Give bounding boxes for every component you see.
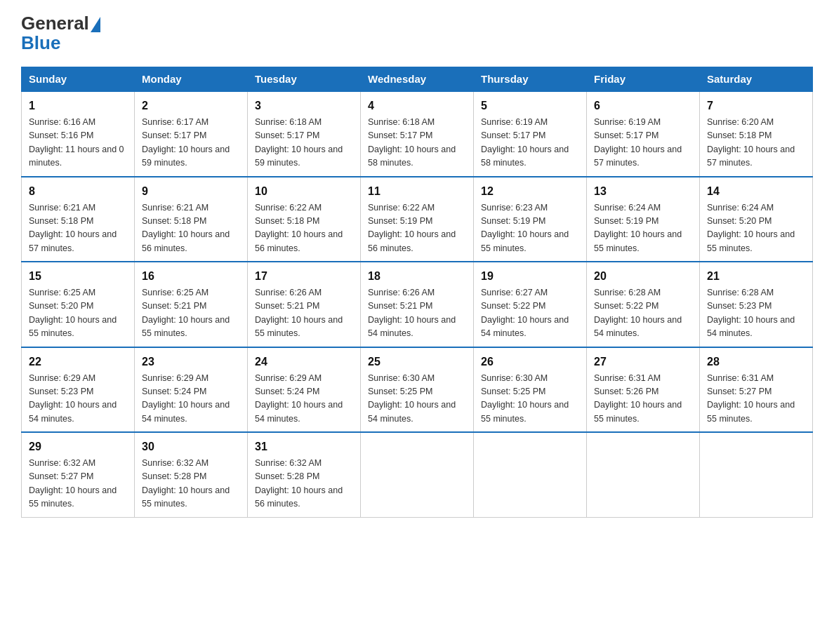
calendar-day-cell: 30Sunrise: 6:32 AMSunset: 5:28 PMDayligh… [135,432,248,517]
day-info: Sunrise: 6:24 AMSunset: 5:19 PMDaylight:… [594,203,682,253]
day-info: Sunrise: 6:29 AMSunset: 5:24 PMDaylight:… [142,373,230,424]
day-number: 2 [142,98,240,114]
day-info: Sunrise: 6:23 AMSunset: 5:19 PMDaylight:… [481,203,569,253]
day-info: Sunrise: 6:30 AMSunset: 5:25 PMDaylight:… [368,373,456,424]
calendar-day-cell: 26Sunrise: 6:30 AMSunset: 5:25 PMDayligh… [474,347,587,433]
day-number: 1 [29,98,127,114]
day-number: 26 [481,354,579,370]
col-header-monday: Monday [135,67,248,92]
day-info: Sunrise: 6:26 AMSunset: 5:21 PMDaylight:… [368,288,456,338]
day-info: Sunrise: 6:32 AMSunset: 5:28 PMDaylight:… [142,458,230,509]
calendar-day-cell: 31Sunrise: 6:32 AMSunset: 5:28 PMDayligh… [248,432,361,517]
day-number: 24 [255,354,353,370]
calendar-week-row: 22Sunrise: 6:29 AMSunset: 5:23 PMDayligh… [22,347,813,433]
day-number: 20 [594,268,692,285]
day-number: 13 [594,183,692,200]
day-info: Sunrise: 6:29 AMSunset: 5:23 PMDaylight:… [29,373,117,424]
day-info: Sunrise: 6:17 AMSunset: 5:17 PMDaylight:… [142,117,230,168]
calendar-empty-cell [587,432,700,517]
calendar-day-cell: 17Sunrise: 6:26 AMSunset: 5:21 PMDayligh… [248,262,361,347]
day-info: Sunrise: 6:21 AMSunset: 5:18 PMDaylight:… [29,203,117,253]
day-number: 10 [255,183,353,200]
calendar-day-cell: 13Sunrise: 6:24 AMSunset: 5:19 PMDayligh… [587,177,700,262]
day-number: 5 [481,98,579,114]
calendar-day-cell: 8Sunrise: 6:21 AMSunset: 5:18 PMDaylight… [22,177,135,262]
calendar-day-cell: 9Sunrise: 6:21 AMSunset: 5:18 PMDaylight… [135,177,248,262]
col-header-sunday: Sunday [22,67,135,92]
day-number: 12 [481,183,579,200]
day-number: 22 [29,354,127,370]
col-header-tuesday: Tuesday [248,67,361,92]
calendar-day-cell: 10Sunrise: 6:22 AMSunset: 5:18 PMDayligh… [248,177,361,262]
day-number: 8 [29,183,127,200]
day-info: Sunrise: 6:16 AMSunset: 5:16 PMDaylight:… [29,117,124,168]
day-info: Sunrise: 6:18 AMSunset: 5:17 PMDaylight:… [368,117,456,168]
day-number: 15 [29,268,127,285]
day-info: Sunrise: 6:19 AMSunset: 5:17 PMDaylight:… [594,117,682,168]
day-number: 7 [707,98,805,114]
day-number: 30 [142,438,240,455]
day-number: 3 [255,98,353,114]
calendar-day-cell: 5Sunrise: 6:19 AMSunset: 5:17 PMDaylight… [474,91,587,177]
calendar-empty-cell [474,432,587,517]
logo-general-text: General [21,14,89,32]
calendar-day-cell: 27Sunrise: 6:31 AMSunset: 5:26 PMDayligh… [587,347,700,433]
day-info: Sunrise: 6:22 AMSunset: 5:18 PMDaylight:… [255,203,343,253]
logo-triangle-icon [91,17,100,32]
day-info: Sunrise: 6:19 AMSunset: 5:17 PMDaylight:… [481,117,569,168]
calendar-day-cell: 24Sunrise: 6:29 AMSunset: 5:24 PMDayligh… [248,347,361,433]
day-info: Sunrise: 6:24 AMSunset: 5:20 PMDaylight:… [707,203,795,253]
calendar-day-cell: 14Sunrise: 6:24 AMSunset: 5:20 PMDayligh… [700,177,813,262]
day-info: Sunrise: 6:31 AMSunset: 5:27 PMDaylight:… [707,373,795,424]
day-number: 21 [707,268,805,285]
calendar-week-row: 29Sunrise: 6:32 AMSunset: 5:27 PMDayligh… [22,432,813,517]
day-number: 11 [368,183,466,200]
day-number: 28 [707,354,805,370]
calendar-day-cell: 15Sunrise: 6:25 AMSunset: 5:20 PMDayligh… [22,262,135,347]
day-info: Sunrise: 6:29 AMSunset: 5:24 PMDaylight:… [255,373,343,424]
calendar-table: SundayMondayTuesdayWednesdayThursdayFrid… [21,67,813,518]
day-info: Sunrise: 6:32 AMSunset: 5:28 PMDaylight:… [255,458,343,509]
day-info: Sunrise: 6:25 AMSunset: 5:20 PMDaylight:… [29,288,117,338]
calendar-empty-cell [361,432,474,517]
day-info: Sunrise: 6:28 AMSunset: 5:22 PMDaylight:… [594,288,682,338]
calendar-week-row: 15Sunrise: 6:25 AMSunset: 5:20 PMDayligh… [22,262,813,347]
calendar-day-cell: 19Sunrise: 6:27 AMSunset: 5:22 PMDayligh… [474,262,587,347]
day-number: 23 [142,354,240,370]
day-number: 29 [29,438,127,455]
calendar-header-row: SundayMondayTuesdayWednesdayThursdayFrid… [22,67,813,92]
calendar-day-cell: 2Sunrise: 6:17 AMSunset: 5:17 PMDaylight… [135,91,248,177]
calendar-day-cell: 3Sunrise: 6:18 AMSunset: 5:17 PMDaylight… [248,91,361,177]
calendar-day-cell: 16Sunrise: 6:25 AMSunset: 5:21 PMDayligh… [135,262,248,347]
day-info: Sunrise: 6:32 AMSunset: 5:27 PMDaylight:… [29,458,117,509]
day-info: Sunrise: 6:18 AMSunset: 5:17 PMDaylight:… [255,117,343,168]
calendar-day-cell: 11Sunrise: 6:22 AMSunset: 5:19 PMDayligh… [361,177,474,262]
day-info: Sunrise: 6:22 AMSunset: 5:19 PMDaylight:… [368,203,456,253]
col-header-friday: Friday [587,67,700,92]
col-header-thursday: Thursday [474,67,587,92]
day-number: 27 [594,354,692,370]
day-number: 4 [368,98,466,114]
calendar-week-row: 1Sunrise: 6:16 AMSunset: 5:16 PMDaylight… [22,91,813,177]
calendar-day-cell: 6Sunrise: 6:19 AMSunset: 5:17 PMDaylight… [587,91,700,177]
day-number: 6 [594,98,692,114]
day-number: 14 [707,183,805,200]
calendar-day-cell: 18Sunrise: 6:26 AMSunset: 5:21 PMDayligh… [361,262,474,347]
calendar-day-cell: 23Sunrise: 6:29 AMSunset: 5:24 PMDayligh… [135,347,248,433]
day-number: 16 [142,268,240,285]
day-number: 18 [368,268,466,285]
day-number: 25 [368,354,466,370]
day-number: 9 [142,183,240,200]
calendar-day-cell: 4Sunrise: 6:18 AMSunset: 5:17 PMDaylight… [361,91,474,177]
logo-blue-text: Blue [21,32,60,53]
day-info: Sunrise: 6:21 AMSunset: 5:18 PMDaylight:… [142,203,230,253]
calendar-day-cell: 25Sunrise: 6:30 AMSunset: 5:25 PMDayligh… [361,347,474,433]
calendar-day-cell: 7Sunrise: 6:20 AMSunset: 5:18 PMDaylight… [700,91,813,177]
logo: General Blue [21,14,102,54]
day-number: 31 [255,438,353,455]
calendar-day-cell: 29Sunrise: 6:32 AMSunset: 5:27 PMDayligh… [22,432,135,517]
day-info: Sunrise: 6:31 AMSunset: 5:26 PMDaylight:… [594,373,682,424]
col-header-wednesday: Wednesday [361,67,474,92]
col-header-saturday: Saturday [700,67,813,92]
calendar-day-cell: 1Sunrise: 6:16 AMSunset: 5:16 PMDaylight… [22,91,135,177]
